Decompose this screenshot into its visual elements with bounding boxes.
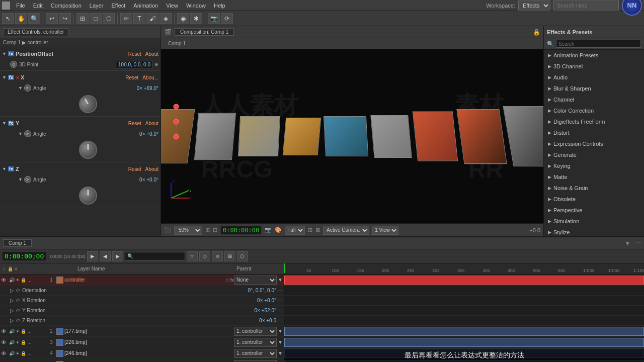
z-header[interactable]: ▼ fx Z Reset About (0, 163, 160, 174)
cat-color-correction[interactable]: ▶ Color Correction (544, 105, 644, 116)
cat-simulation[interactable]: ▶ Simulation (544, 216, 644, 227)
clone-tool[interactable]: ◈ (159, 13, 172, 24)
vis-icon-2[interactable]: 👁 (1, 328, 8, 334)
orbit-tool[interactable]: ⟳ (221, 13, 233, 24)
mask-icon[interactable]: ◻ (226, 278, 229, 283)
solo-icon-2[interactable]: ☀ (16, 329, 20, 334)
effect-controls-tab[interactable]: Effect Controls: controller (3, 28, 68, 36)
solo-btn[interactable]: ☆ (187, 251, 198, 261)
z-dial[interactable] (79, 187, 97, 205)
parent-select-4[interactable]: 1. controller (234, 349, 277, 358)
parent-select-1[interactable]: None (234, 276, 277, 285)
prev-frame[interactable]: ◀ (100, 251, 111, 261)
layer-4[interactable]: 👁 🔊 ☀ 🔒 … 4 [246.bmp] 1. controller ▼ (0, 348, 284, 359)
view-select[interactable]: 1 View (372, 226, 398, 235)
solo-icon-1[interactable]: ☀ (16, 278, 20, 283)
track-3[interactable] (284, 337, 644, 348)
draft-3d[interactable]: ⬡ (237, 251, 248, 261)
y-header[interactable]: ▼ fx Y Reset About (0, 118, 160, 129)
snapping-btn[interactable]: ⊞ (76, 13, 89, 24)
reset-btn[interactable]: Reset (128, 51, 141, 57)
vis-icon-3[interactable]: 👁 (1, 339, 8, 345)
cat-animation-presets[interactable]: ▶ Animation Presets (544, 50, 644, 61)
menu-animation[interactable]: Animation (129, 2, 162, 10)
menu-icon[interactable]: ≡ (537, 41, 540, 47)
cat-expression-controls[interactable]: ▶ Expression Controls (544, 138, 644, 149)
cat-blur-sharpen[interactable]: ▶ Blur & Sharpen (544, 83, 644, 94)
more-icon-3[interactable]: … (27, 340, 32, 345)
x-dial[interactable] (75, 92, 100, 116)
menu-window[interactable]: Window (182, 2, 210, 10)
more-icon-1[interactable]: … (27, 278, 32, 283)
audio-icon-2[interactable]: 🔊 (9, 329, 15, 334)
quality-select[interactable]: Full Half (285, 226, 305, 235)
3dpoint-value[interactable]: 100.0, 0.0, 0.0 (116, 61, 153, 68)
shape-btn[interactable]: ⬡ (103, 13, 115, 24)
more-icon-2[interactable]: … (27, 329, 32, 334)
subrow-xrotation-value[interactable]: 0× +0.0° (257, 298, 276, 303)
settings-icon[interactable]: ⋯ (635, 240, 641, 246)
fit-icon[interactable]: ⊞ (205, 227, 210, 233)
cat-keying[interactable]: ▶ Keying (544, 160, 644, 171)
cat-obsolete[interactable]: ▶ Obsolete (544, 194, 644, 205)
grid-icon[interactable]: ⊞ (308, 227, 312, 233)
cat-3d-channel[interactable]: ▶ 3D Channel (544, 61, 644, 72)
cat-stylize[interactable]: ▶ Stylize (544, 227, 644, 236)
undo-btn[interactable]: ↩ (46, 13, 58, 24)
position-offset-header[interactable]: ▼ fx PositionOffset Reset About (0, 48, 160, 59)
audio-icon-4[interactable]: 🔊 (9, 351, 15, 356)
close-icon[interactable]: ✕ (16, 75, 20, 80)
stopwatch-icon[interactable]: ⏱ (16, 298, 20, 303)
lock-icon-3[interactable]: 🔒 (21, 340, 26, 345)
collapse-icon[interactable]: ▼ (625, 240, 630, 246)
layer-1[interactable]: 👁 🔊 ☀ 🔒 … 1 controller ◻ fx None (0, 275, 284, 286)
y-angle-value[interactable]: 0× +0.0° (139, 131, 158, 137)
z-reset-btn[interactable]: Reset (128, 166, 141, 172)
add-keyframe[interactable]: ◇ (199, 251, 210, 261)
subrow-yrotation-value[interactable]: 0× +52.0° (255, 308, 276, 313)
puppet-tool[interactable]: ✱ (190, 13, 202, 24)
z-angle-value[interactable]: 0× +0.0° (139, 177, 158, 183)
menu-help[interactable]: Help (210, 2, 229, 10)
lock-icon-2[interactable]: 🔒 (21, 329, 26, 334)
menu-composition[interactable]: Composition (47, 2, 86, 10)
track-1[interactable] (284, 275, 644, 286)
play-btn[interactable]: ▶ (87, 251, 98, 261)
mask-btn[interactable]: □ (90, 13, 102, 24)
paint-tool[interactable]: 🖌 (146, 13, 158, 24)
menu-view[interactable]: View (162, 2, 182, 10)
stopwatch-icon[interactable]: ⏱ (16, 288, 20, 293)
pen-tool[interactable]: ✏ (120, 13, 132, 24)
subrow-orientation-value[interactable]: 0°, 0.0°, 0.0° (248, 288, 276, 293)
x-reset-btn[interactable]: Reset (125, 75, 138, 80)
menu-layer[interactable]: Layer (86, 2, 108, 10)
zoom-select[interactable]: 50% 100% (174, 226, 202, 235)
lock-icon-4[interactable]: 🔒 (21, 351, 26, 356)
y-reset-btn[interactable]: Reset (128, 121, 141, 126)
stopwatch-icon[interactable]: ⏱ (16, 308, 20, 313)
camera-tool[interactable]: 📷 (208, 13, 220, 24)
x-angle-value[interactable]: 0× +69.0° (137, 85, 158, 91)
color-icon[interactable]: 🎨 (275, 227, 282, 233)
cat-channel[interactable]: ▶ Channel (544, 94, 644, 105)
y-about-btn[interactable]: About (145, 121, 158, 126)
effects-search-input[interactable] (556, 40, 641, 48)
menu-effect[interactable]: Effect (107, 2, 129, 10)
layer-3[interactable]: 👁 🔊 ☀ 🔒 … 3 [226.bmp] 1. controller ▼ (0, 337, 284, 348)
camera-icon[interactable]: 📷 (265, 227, 272, 233)
fx-icon[interactable]: fx (230, 278, 234, 283)
hand-tool[interactable]: ✋ (15, 13, 27, 24)
solo-icon-4[interactable]: ☀ (16, 351, 20, 356)
menu-edit[interactable]: Edit (29, 2, 47, 10)
redo-btn[interactable]: ↪ (59, 13, 71, 24)
lock-icon-1[interactable]: 🔒 (21, 278, 26, 283)
workspace-dropdown[interactable]: Effects (518, 1, 550, 11)
camera-select[interactable]: Active Camera (323, 226, 369, 235)
audio-icon-3[interactable]: 🔊 (9, 340, 15, 345)
3d-icon[interactable]: ⊠ (315, 227, 320, 233)
snap-icon[interactable]: ⊡ (213, 227, 217, 233)
cat-matte[interactable]: ▶ Matte (544, 171, 644, 183)
frame-blend[interactable]: ⊞ (224, 251, 235, 261)
roto-tool[interactable]: ◉ (177, 13, 189, 24)
layer-2[interactable]: 👁 🔊 ☀ 🔒 … 2 [177.bmp] 1. controller ▼ (0, 326, 284, 337)
